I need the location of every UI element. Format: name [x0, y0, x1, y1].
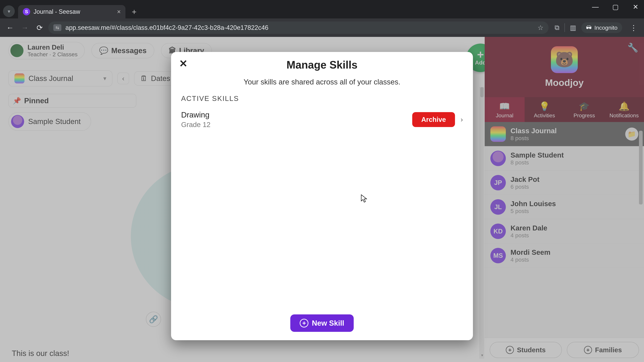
archive-button[interactable]: Archive	[412, 112, 455, 127]
seesaw-app: Lauren Deli Teacher · 2 Classes 💬 Messag…	[0, 37, 644, 362]
manage-skills-modal: ✕ Manage Skills Your skills are shared a…	[171, 52, 473, 340]
skill-name: Drawing	[181, 110, 210, 119]
modal-subtitle: Your skills are shared across all of you…	[181, 78, 463, 86]
window-controls: — ▢ ✕	[590, 3, 641, 11]
tab-search-button[interactable]: ▾	[3, 5, 15, 17]
seesaw-favicon: S	[23, 8, 30, 15]
reload-button[interactable]: ⟳	[34, 22, 46, 34]
modal-spacer	[181, 134, 463, 314]
skill-row[interactable]: Drawing Grade 12 Archive ›	[181, 108, 463, 134]
address-bar[interactable]: ⇆ app.seesaw.me/#/class/class.e01bf4c2-9…	[48, 21, 548, 34]
incognito-chip[interactable]: 🕶 Incognito	[581, 22, 622, 33]
new-skill-button[interactable]: + New Skill	[290, 314, 354, 332]
side-panel-icon[interactable]: ▥	[570, 24, 576, 31]
skill-info: Drawing Grade 12	[181, 110, 210, 129]
incognito-icon: 🕶	[586, 24, 592, 31]
new-tab-button[interactable]: +	[129, 6, 140, 17]
back-button[interactable]: ←	[4, 22, 16, 34]
url-text: app.seesaw.me/#/class/class.e01bf4c2-9a2…	[66, 24, 534, 31]
skill-grade: Grade 12	[181, 121, 210, 129]
plus-circle-icon: +	[300, 319, 308, 328]
active-skills-heading: ACTIVE SKILLS	[181, 94, 463, 103]
close-window-button[interactable]: ✕	[630, 3, 641, 11]
close-tab-icon[interactable]: ×	[117, 8, 121, 15]
chevron-right-icon[interactable]: ›	[461, 116, 463, 123]
browser-window: ▾ S Journal - Seesaw × + — ▢ ✕ ← → ⟳ ⇆ a…	[0, 0, 644, 362]
separator	[564, 23, 565, 32]
maximize-button[interactable]: ▢	[610, 3, 620, 11]
tab-strip: ▾ S Journal - Seesaw × + — ▢ ✕	[0, 0, 644, 18]
new-skill-label: New Skill	[312, 319, 344, 327]
bookmark-star-icon[interactable]: ☆	[538, 24, 544, 31]
toolbar-right: ⧉ ▥ 🕶 Incognito ⋮	[554, 22, 640, 33]
tab-title: Journal - Seesaw	[34, 8, 114, 15]
extensions-icon[interactable]: ⧉	[554, 24, 560, 31]
browser-tab[interactable]: S Journal - Seesaw ×	[18, 5, 126, 18]
forward-button[interactable]: →	[19, 22, 31, 34]
browser-toolbar: ← → ⟳ ⇆ app.seesaw.me/#/class/class.e01b…	[0, 18, 644, 37]
close-modal-button[interactable]: ✕	[179, 58, 188, 69]
incognito-label: Incognito	[594, 24, 618, 31]
site-info-icon[interactable]: ⇆	[53, 24, 62, 31]
modal-title: Manage Skills	[181, 59, 463, 71]
minimize-button[interactable]: —	[590, 3, 600, 11]
chrome-menu-icon[interactable]: ⋮	[627, 23, 640, 32]
